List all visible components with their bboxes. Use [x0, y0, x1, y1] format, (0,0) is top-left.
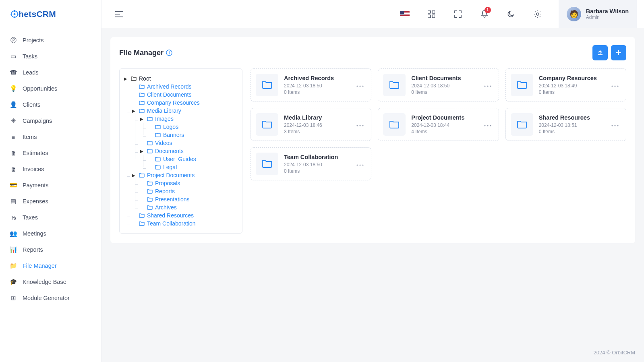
tree-label[interactable]: Company Resources — [147, 99, 200, 106]
settings-button[interactable] — [530, 7, 545, 21]
tree-label[interactable]: Archived Records — [147, 83, 192, 90]
tree-label[interactable]: Documents — [155, 148, 184, 154]
sidebar-item-clients[interactable]: 👤Clients — [0, 97, 101, 113]
folder-card[interactable]: Shared Resources2024-12-03 18:510 Items — [505, 108, 626, 141]
tree-node[interactable]: Presentations — [139, 195, 236, 203]
svg-point-26 — [614, 125, 615, 126]
sidebar-item-campaigns[interactable]: ✳Campaigns — [0, 113, 101, 129]
tree-label[interactable]: Proposals — [155, 180, 180, 186]
tree-node[interactable]: ▶Project Documents — [131, 171, 236, 179]
tree-root[interactable]: ▶ Root — [123, 74, 236, 83]
sidebar-item-file-manager[interactable]: 📁File Manager — [0, 258, 101, 274]
sidebar-item-invoices[interactable]: 🗎Invoices — [0, 161, 101, 177]
tree-node[interactable]: Legal — [147, 163, 236, 171]
sidebar-item-knowledge-base[interactable]: 🎓Knowledge Base — [0, 274, 101, 290]
tree-node[interactable]: ▶Documents — [139, 147, 236, 155]
tree-label[interactable]: Legal — [163, 164, 177, 170]
tree-node[interactable]: ▶Images — [139, 115, 236, 123]
folder-card[interactable]: Team Collaboration2024-12-03 18:500 Item… — [251, 147, 371, 180]
sidebar-item-reports[interactable]: 📊Reports — [0, 242, 101, 258]
tree-label[interactable]: Client Documents — [147, 91, 192, 98]
folder-more-button[interactable] — [354, 158, 366, 170]
tree-node[interactable]: Archives — [139, 203, 236, 211]
upload-button[interactable] — [592, 45, 608, 60]
folder-more-button[interactable] — [609, 79, 621, 91]
nav-icon: ⊞ — [10, 294, 17, 302]
sidebar-item-expenses[interactable]: ▤Expenses — [0, 193, 101, 209]
caret-icon[interactable]: ▶ — [131, 173, 137, 178]
tree-node[interactable]: ▶Media Library — [131, 107, 236, 115]
tree-node[interactable]: Client Documents — [131, 91, 236, 99]
dark-mode-button[interactable] — [504, 7, 518, 21]
svg-point-18 — [617, 85, 618, 87]
nav-icon: 🎓 — [10, 278, 17, 285]
sidebar-item-meetings[interactable]: 👥Meetings — [0, 225, 101, 242]
tree-node[interactable]: Logos — [147, 123, 236, 131]
page-info-button[interactable] — [166, 50, 172, 56]
tree-node[interactable]: Shared Resources — [131, 211, 236, 219]
page-title: File Manager — [119, 49, 164, 57]
sidebar-item-estimates[interactable]: 🗎Estimates — [0, 145, 101, 161]
tree-label[interactable]: Logos — [163, 124, 178, 130]
svg-point-20 — [360, 125, 361, 126]
folder-more-button[interactable] — [482, 79, 494, 91]
new-folder-button[interactable] — [611, 45, 626, 60]
fullscreen-button[interactable] — [451, 7, 465, 21]
folder-card[interactable]: Project Documents2024-12-03 18:444 Items — [378, 108, 499, 141]
folder-more-button[interactable] — [354, 79, 366, 91]
ellipsis-icon — [611, 125, 619, 126]
tree-label[interactable]: Images — [155, 116, 174, 122]
folder-card[interactable]: Company Resources2024-12-03 18:490 Items — [505, 68, 626, 101]
nav-icon: % — [10, 214, 17, 221]
tree-label[interactable]: Reports — [155, 188, 175, 194]
caret-icon[interactable]: ▶ — [139, 117, 145, 121]
tree-label[interactable]: Team Collaboration — [147, 220, 196, 227]
folder-more-button[interactable] — [354, 119, 366, 130]
folder-icon — [139, 213, 145, 218]
folder-card[interactable]: Client Documents2024-12-03 18:500 Items — [378, 68, 499, 101]
sidebar-item-opportunities[interactable]: 💡Opportunities — [0, 81, 101, 97]
nav-label: Opportunities — [23, 85, 57, 92]
nav-label: Tasks — [23, 53, 37, 60]
caret-icon[interactable]: ▶ — [131, 109, 137, 113]
sidebar-item-tasks[interactable]: ▭Tasks — [0, 48, 101, 64]
caret-icon[interactable]: ▶ — [123, 77, 128, 81]
sidebar-item-leads[interactable]: ☎Leads — [0, 64, 101, 81]
sidebar-item-items[interactable]: ≡Items — [0, 129, 101, 145]
tree-label[interactable]: Banners — [163, 132, 184, 138]
nav-list: ⓅProjects▭Tasks☎Leads💡Opportunities👤Clie… — [0, 28, 101, 310]
nav-icon: ≡ — [10, 133, 17, 141]
caret-icon[interactable]: ▶ — [139, 149, 145, 153]
tree-node[interactable]: Team Collaboration — [131, 219, 236, 228]
notifications-button[interactable]: 1 — [477, 7, 492, 21]
tree-label[interactable]: Root — [139, 75, 151, 82]
tree-node[interactable]: Videos — [139, 139, 236, 147]
folder-card[interactable]: Archived Records2024-12-03 18:500 Items — [251, 68, 371, 101]
ellipsis-icon — [611, 85, 619, 87]
tree-node[interactable]: Company Resources — [131, 99, 236, 107]
folder-more-button[interactable] — [482, 119, 494, 130]
tree-label[interactable]: Presentations — [155, 196, 190, 203]
sidebar-item-module-generator[interactable]: ⊞Module Generator — [0, 290, 101, 306]
sidebar-item-taxes[interactable]: %Taxes — [0, 209, 101, 225]
tree-node[interactable]: Reports — [139, 187, 236, 195]
tree-label[interactable]: Archives — [155, 204, 177, 211]
tree-node[interactable]: Proposals — [139, 179, 236, 187]
folder-more-button[interactable] — [609, 119, 621, 130]
user-menu[interactable]: 🧑 Barbara Wilson Admin — [559, 0, 637, 28]
language-selector[interactable] — [398, 7, 412, 21]
tree-node[interactable]: Archived Records — [131, 83, 236, 91]
sidebar-item-payments[interactable]: 💳Payments — [0, 177, 101, 193]
folder-card[interactable]: Media Library2024-12-03 18:463 Items — [251, 108, 371, 141]
tree-node[interactable]: User_Guides — [147, 155, 236, 163]
menu-toggle-button[interactable] — [112, 7, 126, 21]
apps-button[interactable] — [424, 7, 439, 21]
tree-label[interactable]: Videos — [155, 140, 172, 146]
tree-label[interactable]: Media Library — [147, 108, 181, 114]
tree-label[interactable]: Project Documents — [147, 172, 195, 178]
tree-node[interactable]: Banners — [147, 131, 236, 139]
brand-logo[interactable]: hetsCRM — [0, 0, 101, 28]
tree-label[interactable]: Shared Resources — [147, 212, 194, 219]
tree-label[interactable]: User_Guides — [163, 156, 196, 162]
sidebar-item-projects[interactable]: ⓅProjects — [0, 32, 101, 48]
